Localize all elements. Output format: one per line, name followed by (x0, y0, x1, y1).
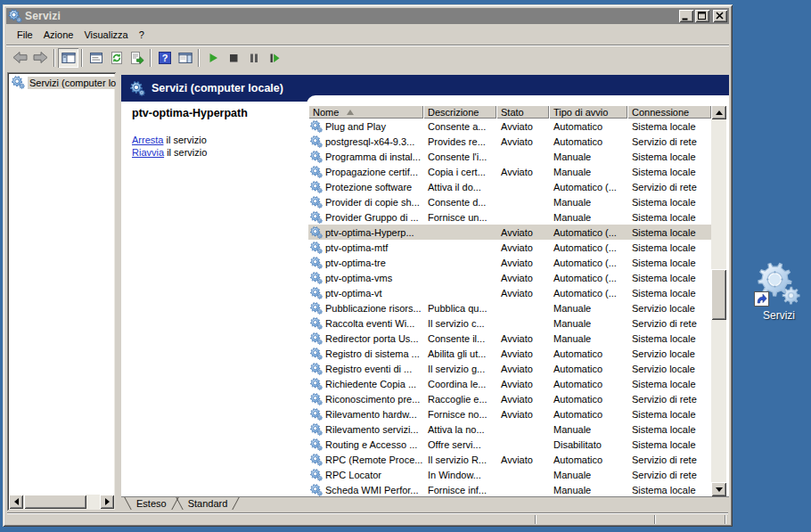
pause-service-button[interactable] (243, 48, 264, 68)
menu-file[interactable]: File (12, 28, 38, 42)
table-row[interactable]: ptv-optima-mtf Avviato Automatico (... S… (308, 240, 711, 255)
column-header-stato[interactable]: Stato (496, 105, 549, 119)
cell-descrizione: Fornisce inf... (423, 485, 496, 495)
table-row[interactable]: Plug and Play Consente a... Avviato Auto… (308, 119, 711, 134)
restart-service-button[interactable] (264, 48, 284, 68)
table-row[interactable]: ptv-optima-vms Avviato Automatico (... S… (308, 270, 711, 285)
table-row[interactable]: Registro eventi di ... Il servizio g... … (308, 361, 711, 376)
sort-ascending-icon (347, 110, 354, 115)
table-row[interactable]: Registro di sistema ... Abilita gli ut..… (308, 346, 711, 361)
forward-button[interactable] (30, 48, 51, 68)
table-row[interactable]: Protezione software Attiva il do... Auto… (308, 179, 711, 194)
help-button[interactable]: ? (154, 48, 175, 68)
table-row[interactable]: RPC (Remote Proce... Il servizio R... Av… (308, 452, 711, 467)
forward-icon (33, 51, 48, 64)
service-gear-icon (310, 272, 323, 284)
scroll-up-button[interactable] (711, 105, 726, 119)
service-action-line: Arresta il servizio (132, 135, 301, 147)
table-row[interactable]: Redirector porta Us... Consente il... Av… (308, 331, 711, 346)
horizontal-scroll-thumb[interactable] (24, 495, 86, 509)
back-icon (12, 51, 28, 64)
list-vertical-scrollbar[interactable] (711, 105, 726, 496)
cell-connessione: Servizio di rete (627, 182, 711, 192)
maximize-button[interactable] (695, 10, 709, 22)
back-button[interactable] (10, 48, 30, 68)
cell-connessione: Servizio locale (627, 364, 711, 374)
column-header-connessione[interactable]: Connessione (627, 105, 711, 119)
show-action-pane-button[interactable] (175, 48, 195, 68)
scroll-right-button[interactable] (100, 495, 114, 509)
desktop-icon-label: Servizi (745, 309, 811, 322)
column-header-tipo-di-avvio[interactable]: Tipo di avvio (549, 105, 627, 119)
cell-tipo-di-avvio: Manuale (549, 485, 627, 495)
toolbar: ? (6, 45, 729, 70)
titlebar[interactable]: Servizi (6, 8, 729, 24)
cell-tipo-di-avvio: Manuale (549, 151, 627, 162)
cell-stato: Avviato (496, 409, 549, 420)
table-row[interactable]: ptv-optima-vt Avviato Automatico (... Si… (308, 285, 711, 300)
cell-connessione: Sistema locale (627, 485, 711, 495)
tab-esteso[interactable]: Esteso (126, 497, 177, 511)
cell-nome: ptv-optima-Hyperp... (308, 226, 423, 239)
cell-nome: Provider di copie sh... (308, 196, 423, 209)
cell-connessione: Sistema locale (627, 273, 711, 283)
refresh-button[interactable] (106, 48, 127, 68)
show-console-tree-button[interactable] (58, 48, 78, 68)
table-row[interactable]: Raccolta eventi Wi... Il servizio c... M… (308, 315, 711, 331)
cell-nome: ptv-optima-mtf (308, 241, 423, 254)
cell-nome: ptv-optima-vms (308, 272, 423, 284)
stop-service-button[interactable] (223, 48, 243, 68)
table-row[interactable]: Scheda WMI Perfor... Fornisce inf... Man… (308, 482, 711, 496)
restart-service-link[interactable]: Riavvia (132, 147, 164, 158)
cell-nome: Rilevamento servizi... (308, 423, 423, 436)
minimize-button[interactable] (679, 10, 693, 22)
table-row[interactable]: postgresql-x64-9.3... Provides re... Avv… (308, 134, 711, 149)
vertical-scroll-thumb[interactable] (711, 269, 726, 320)
table-row[interactable]: Propagazione certif... Copia i cert... A… (308, 164, 711, 179)
tab-standard[interactable]: Standard (177, 497, 239, 511)
service-gear-icon (310, 211, 323, 224)
table-row[interactable]: RPC Locator In Window... Manuale Servizi… (308, 467, 711, 482)
services-gear-icon (12, 76, 25, 89)
stop-service-icon (226, 51, 241, 65)
start-service-button[interactable] (202, 48, 223, 68)
services-list: NomeDescrizioneStatoTipo di avvioConness… (308, 105, 711, 496)
cell-descrizione: Pubblica qu... (423, 303, 496, 314)
cell-connessione: Servizio di rete (627, 454, 711, 465)
cell-connessione: Sistema locale (627, 258, 711, 268)
cell-stato: Avviato (496, 394, 549, 405)
service-gear-icon (310, 166, 323, 178)
table-row[interactable]: Pubblicazione risors... Pubblica qu... M… (308, 300, 711, 315)
table-row[interactable]: ptv-optima-Hyperp... Avviato Automatico … (308, 225, 711, 240)
table-row[interactable]: Riconoscimento pre... Raccoglie e... Avv… (308, 391, 711, 406)
export-list-button[interactable] (127, 48, 147, 68)
menu-visualizza[interactable]: Visualizza (78, 28, 133, 42)
table-row[interactable]: Provider di copie sh... Consente d... Ma… (308, 194, 711, 209)
tree-item-servizi[interactable]: Servizi (computer lo (10, 75, 116, 90)
cell-stato: Avviato (496, 167, 549, 177)
table-row[interactable]: Richiedente Copia ... Coordina le... Avv… (308, 376, 711, 391)
properties-button[interactable] (86, 48, 106, 68)
stop-service-link[interactable]: Arresta (132, 135, 163, 145)
scroll-down-button[interactable] (711, 482, 726, 496)
scroll-left-button[interactable] (9, 495, 23, 509)
table-row[interactable]: Programma di instal... Consente l'i... M… (308, 149, 711, 164)
cell-tipo-di-avvio: Automatico (549, 348, 627, 359)
cell-stato: Avviato (496, 379, 549, 389)
tree-horizontal-scrollbar[interactable] (9, 495, 114, 509)
menu-help[interactable]: ? (134, 28, 150, 42)
cell-connessione: Sistema locale (627, 409, 711, 420)
cell-tipo-di-avvio: Manuale (549, 303, 627, 314)
menu-azione[interactable]: Azione (38, 28, 79, 42)
column-header-nome[interactable]: Nome (308, 105, 423, 119)
table-row[interactable]: Rilevamento hardw... Fornisce no... Avvi… (308, 406, 711, 422)
show-action-pane-icon (178, 51, 193, 65)
service-gear-icon (310, 120, 323, 133)
table-row[interactable]: Provider Gruppo di ... Fornisce un... Ma… (308, 209, 711, 225)
column-header-descrizione[interactable]: Descrizione (423, 105, 496, 119)
table-row[interactable]: Routing e Accesso ... Offre servi... Dis… (308, 437, 711, 452)
table-row[interactable]: Rilevamento servizi... Attiva la no... M… (308, 422, 711, 437)
table-row[interactable]: ptv-optima-tre Avviato Automatico (... S… (308, 255, 711, 270)
close-button[interactable] (713, 10, 727, 22)
desktop-shortcut-servizi[interactable]: Servizi (745, 261, 811, 322)
